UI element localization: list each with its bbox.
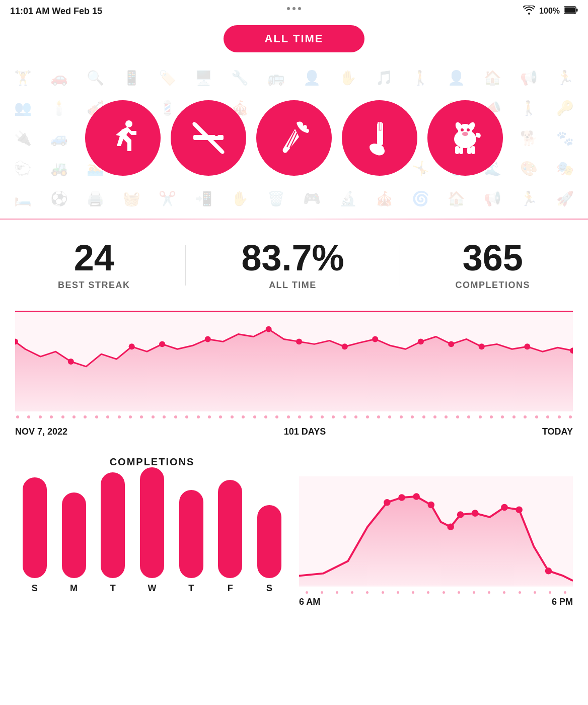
stat-divider-2: [400, 245, 400, 286]
timeline-chart-section: // Generate ticks inline (function(){ fo…: [0, 311, 588, 441]
bg-icon: 📱: [113, 62, 150, 93]
habit-circle-no-smoking[interactable]: [171, 100, 246, 176]
bottom-section: COMPLETIONS SMTWTFS: [0, 446, 588, 609]
svg-point-35: [372, 336, 378, 342]
bar-day-label-5: F: [228, 583, 233, 594]
bg-icon: 🚌: [258, 62, 294, 93]
bar-2: [101, 472, 125, 578]
no-smoking-icon: [188, 118, 229, 158]
all-time-button[interactable]: ALL TIME: [224, 25, 364, 52]
svg-point-44: [427, 502, 434, 509]
time-chart-section: (function(){ for(var i=0;i<18;i++){ docu…: [299, 456, 573, 609]
bar-day-label-1: M: [70, 583, 78, 594]
svg-point-41: [384, 499, 391, 506]
bar-day-label-4: T: [188, 583, 194, 594]
svg-point-43: [413, 493, 420, 500]
habit-circle-running[interactable]: [85, 100, 161, 176]
bg-icon: 🎵: [366, 62, 403, 93]
toothbrush-icon: [359, 118, 400, 158]
bg-icon: 🔬: [330, 183, 366, 214]
time-ticks: (function(){ for(var i=0;i<18;i++){ docu…: [299, 587, 573, 595]
time-labels: 6 AM 6 PM: [299, 595, 573, 609]
habit-circle-teeth-brushing[interactable]: [342, 100, 417, 176]
bg-icon: 🏃: [511, 183, 547, 214]
status-right: 100%: [523, 6, 578, 17]
svg-point-50: [545, 568, 552, 575]
svg-point-45: [447, 523, 454, 530]
bg-icon: 🏋️: [5, 62, 41, 93]
bg-icon: 🎭: [547, 153, 583, 183]
bar-5: [218, 480, 242, 578]
bg-icon: 🔧: [222, 62, 258, 93]
svg-point-32: [266, 326, 272, 332]
habit-circle-healthy-eating[interactable]: [256, 100, 332, 176]
svg-point-38: [479, 343, 485, 349]
svg-point-47: [472, 510, 479, 517]
bg-icon: 🎨: [511, 153, 547, 183]
all-time-label: ALL TIME: [241, 280, 344, 291]
svg-rect-1: [565, 8, 575, 13]
completions-value: 365: [455, 240, 530, 276]
bg-icon: 🏠: [438, 183, 475, 214]
line-chart-svg: [15, 312, 573, 411]
dots-menu[interactable]: [287, 7, 301, 10]
wifi-icon: [523, 6, 535, 17]
svg-rect-26: [467, 147, 471, 154]
bg-icon: 🐑: [5, 153, 41, 183]
bg-icon: ✋: [330, 62, 366, 93]
bar-day-label-6: S: [266, 583, 272, 594]
svg-rect-23: [455, 146, 459, 154]
svg-point-3: [125, 120, 132, 127]
status-time: 11:01 AM Wed Feb 15: [10, 6, 102, 17]
stat-best-streak: 24 BEST STREAK: [58, 240, 130, 291]
battery-icon: [564, 6, 578, 16]
bg-icon: 🔌: [5, 123, 41, 153]
bar-chart-section: COMPLETIONS SMTWTFS: [15, 456, 289, 609]
habit-circle-pet-care[interactable]: [427, 100, 503, 176]
bar-1: [62, 492, 86, 578]
bg-icon: 🚀: [547, 183, 583, 214]
bg-icon: 🛏️: [5, 183, 41, 214]
bar-item-t2: T: [101, 472, 125, 594]
time-chart-svg: [299, 476, 573, 587]
bar-item-w3: W: [140, 467, 164, 594]
carrot-icon: [274, 118, 314, 158]
bar-6: [257, 505, 281, 578]
svg-point-33: [296, 338, 302, 344]
bg-icon: 🚜: [41, 153, 78, 183]
bar-item-m1: M: [62, 492, 86, 594]
best-streak-label: BEST STREAK: [58, 280, 130, 291]
svg-point-22: [462, 132, 468, 136]
bg-icon: 🗑️: [258, 183, 294, 214]
bg-icon: 📢: [511, 62, 547, 93]
bg-icon: 🚶: [402, 62, 438, 93]
svg-point-34: [342, 343, 348, 349]
bar-chart: SMTWTFS: [15, 478, 289, 609]
svg-point-36: [418, 338, 424, 344]
chart-end-label: TODAY: [542, 427, 573, 437]
bg-icon: 🔍: [78, 62, 114, 93]
completions-chart-title: COMPLETIONS: [15, 456, 289, 468]
bar-day-label-0: S: [32, 583, 38, 594]
svg-point-49: [516, 506, 523, 513]
bg-icon: 🐕: [511, 123, 547, 153]
best-streak-value: 24: [58, 240, 130, 276]
svg-point-21: [467, 128, 470, 131]
all-time-value: 83.7%: [241, 240, 344, 276]
chart-ticks: // Generate ticks inline (function(){ fo…: [15, 411, 573, 422]
stats-row: 24 BEST STREAK 83.7% ALL TIME 365 COMPLE…: [0, 220, 588, 311]
bg-icon: 🕯️: [41, 93, 78, 123]
bg-icon: 👤: [438, 62, 475, 93]
bg-icon: 🏃: [547, 62, 583, 93]
bg-icon: 👤: [294, 62, 330, 93]
bg-icon: 🏠: [475, 62, 511, 93]
dog-icon: [445, 118, 485, 158]
bar-0: [23, 477, 47, 578]
chart-start-date: NOV 7, 2022: [15, 427, 67, 437]
stat-divider-1: [185, 245, 186, 286]
bg-icon: 🏷️: [150, 62, 186, 93]
bg-icon: ⚽: [41, 183, 78, 214]
habit-icons-area: 🏋️ 🚗 🔍 📱 🏷️ 🖥️ 🔧 🚌 👤 ✋ 🎵 🚶 👤 🏠 📢 🏃 👥 🕯️ …: [0, 57, 588, 219]
bar-day-label-2: T: [110, 583, 116, 594]
svg-point-30: [159, 341, 165, 347]
